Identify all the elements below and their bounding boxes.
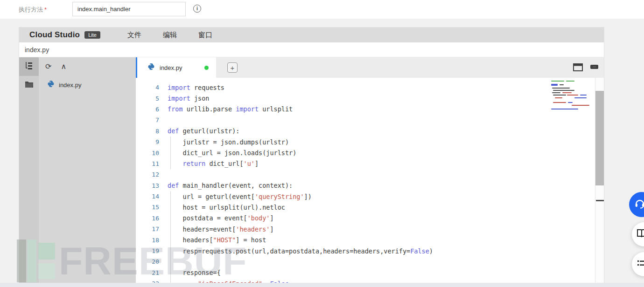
- code-line[interactable]: 4import requests: [136, 82, 604, 93]
- tab-bar: index.py + ⋯: [136, 57, 604, 78]
- code-text: response={: [159, 269, 221, 276]
- code-line[interactable]: 13def main_handler(event, context):: [136, 180, 604, 191]
- file-explorer: ⟳ ∧ index.py: [39, 57, 136, 287]
- code-line[interactable]: 16 postdata = event['body']: [136, 213, 604, 224]
- folder-tab-button[interactable]: [19, 76, 39, 95]
- collapse-icon[interactable]: ∧: [61, 63, 66, 70]
- line-number: 6: [136, 106, 159, 113]
- editor-scrollbar[interactable]: [595, 78, 604, 287]
- cloud-studio-header: Cloud Studio Lite 文件 编辑 窗口: [19, 27, 604, 42]
- code-text: headers["HOST"] = host: [159, 236, 266, 244]
- line-number: 7: [136, 116, 159, 123]
- code-line[interactable]: 20: [136, 256, 604, 267]
- python-file-icon: [147, 63, 155, 72]
- code-line[interactable]: 12: [136, 169, 604, 180]
- handler-input[interactable]: [72, 2, 186, 16]
- list-icon: [636, 258, 644, 271]
- outline-tree-icon: [25, 62, 33, 72]
- activity-bar: [19, 57, 39, 287]
- line-number: 15: [136, 204, 159, 211]
- code-text: def geturl(urlstr):: [159, 127, 239, 135]
- scrollbar-thumb[interactable]: [595, 91, 604, 185]
- code-text: host = urlsplit(url).netloc: [159, 204, 285, 211]
- line-number: 17: [136, 226, 159, 232]
- code-line[interactable]: 7: [136, 115, 604, 125]
- indent-guide: [170, 137, 171, 169]
- support-button[interactable]: [629, 192, 644, 217]
- docs-button[interactable]: [632, 222, 644, 246]
- menu-bar: 文件 编辑 窗口: [127, 31, 212, 40]
- indent-guide: [170, 191, 171, 287]
- explorer-tab-button[interactable]: [19, 57, 39, 76]
- info-icon[interactable]: i: [193, 5, 201, 13]
- line-number: 16: [136, 215, 159, 222]
- line-number: 9: [136, 138, 159, 145]
- line-number: 11: [136, 160, 159, 167]
- line-number: 14: [136, 193, 159, 200]
- code-text: headers=event['headers']: [159, 226, 274, 233]
- menu-edit[interactable]: 编辑: [163, 31, 177, 40]
- code-line[interactable]: 19 resp=requests.post(url,data=postdata,…: [136, 246, 604, 256]
- minimap[interactable]: [548, 79, 595, 111]
- overview-ruler-mark: [596, 200, 604, 201]
- code-text: dict_url = json.loads(jurlstr): [159, 149, 296, 157]
- code-line[interactable]: 6from urllib.parse import urlsplit: [136, 104, 604, 115]
- code-text: import json: [159, 95, 209, 102]
- code-text: def main_handler(event, context):: [159, 182, 293, 189]
- menu-window[interactable]: 窗口: [198, 31, 212, 40]
- lite-badge: Lite: [84, 31, 100, 39]
- book-icon: [636, 228, 644, 241]
- line-number: 20: [136, 258, 159, 265]
- breadcrumb[interactable]: index.py: [25, 46, 49, 54]
- line-number: 5: [136, 95, 159, 102]
- execution-method-label: 执行方法*: [19, 6, 47, 14]
- code-line[interactable]: 21 response={: [136, 267, 604, 278]
- code-text: postdata = event['body']: [159, 214, 274, 222]
- code-line[interactable]: 14 url = geturl(event['queryString']): [136, 191, 604, 202]
- feedback-button[interactable]: [632, 252, 644, 276]
- modified-dot-icon: [204, 66, 209, 70]
- line-number: 13: [136, 182, 159, 189]
- headset-icon: [634, 198, 644, 212]
- folder-icon: [25, 81, 34, 90]
- line-number: 4: [136, 84, 159, 91]
- line-number: 18: [136, 237, 159, 244]
- tab-label: index.py: [160, 64, 182, 71]
- code-area[interactable]: 4import requests5import json6from urllib…: [136, 78, 604, 287]
- new-tab-button[interactable]: +: [227, 62, 238, 73]
- code-lines: 4import requests5import json6from urllib…: [136, 78, 604, 287]
- code-line[interactable]: 17 headers=event['headers']: [136, 224, 604, 234]
- code-text: url = geturl(event['queryString']): [159, 193, 312, 200]
- bottom-strip: [0, 283, 644, 287]
- tab-indexpy[interactable]: index.py: [136, 57, 216, 78]
- menu-file[interactable]: 文件: [127, 31, 141, 40]
- code-line[interactable]: 10 dict_url = json.loads(jurlstr): [136, 147, 604, 158]
- code-line[interactable]: 8def geturl(urlstr):: [136, 126, 604, 137]
- line-number: 19: [136, 247, 159, 254]
- app-title: Cloud Studio: [29, 30, 80, 40]
- breadcrumb-bar: index.py: [19, 42, 604, 57]
- code-line[interactable]: 18 headers["HOST"] = host: [136, 234, 604, 245]
- line-number: 21: [136, 269, 159, 276]
- code-text: jurlstr = json.dumps(urlstr): [159, 138, 289, 146]
- line-number: 10: [136, 150, 159, 157]
- refresh-icon[interactable]: ⟳: [45, 63, 51, 70]
- code-line[interactable]: 5import json: [136, 93, 604, 103]
- file-name: index.py: [59, 82, 81, 89]
- file-item-indexpy[interactable]: index.py: [39, 79, 136, 91]
- python-file-icon: [47, 80, 55, 89]
- code-text: import requests: [159, 84, 224, 91]
- cloud-studio-window: Cloud Studio Lite 文件 编辑 窗口 index.py: [19, 27, 604, 287]
- code-line[interactable]: 15 host = urlsplit(url).netloc: [136, 202, 604, 212]
- required-mark: *: [44, 6, 47, 13]
- code-text: resp=requests.post(url,data=postdata,hea…: [159, 247, 433, 255]
- line-number: 12: [136, 171, 159, 178]
- explorer-toolbar: ⟳ ∧: [39, 57, 136, 76]
- code-line[interactable]: 9 jurlstr = json.dumps(urlstr): [136, 137, 604, 147]
- layout-icon[interactable]: [573, 63, 583, 73]
- code-text: from urllib.parse import urlsplit: [159, 105, 293, 113]
- code-text: return dict_url['u']: [159, 160, 259, 167]
- code-line[interactable]: 11 return dict_url['u']: [136, 158, 604, 169]
- editor-pane: index.py + ⋯ 4import requests5import jso…: [136, 57, 604, 287]
- more-icon[interactable]: ⋯: [590, 65, 598, 69]
